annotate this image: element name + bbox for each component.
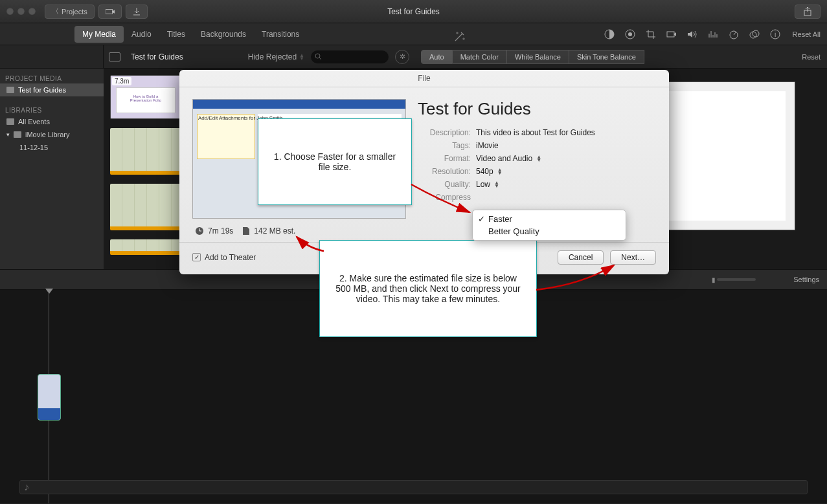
zoom-slider[interactable]: ▮	[712, 276, 756, 283]
svg-point-7	[750, 32, 756, 38]
sidebar-all-events[interactable]: All Events	[0, 115, 104, 128]
format-label: Format:	[418, 154, 471, 163]
sidebar-header-libraries: LIBRARIES	[0, 103, 104, 115]
svg-rect-5	[667, 32, 674, 37]
tab-transitions[interactable]: Transitions	[254, 26, 307, 43]
description-label: Description:	[418, 128, 471, 137]
search-input[interactable]	[311, 50, 389, 63]
reset-button[interactable]: Reset	[802, 53, 821, 61]
media-clip[interactable]	[110, 128, 181, 175]
music-icon: ♪	[24, 481, 29, 493]
tab-my-media[interactable]: My Media	[74, 26, 124, 43]
cancel-button[interactable]: Cancel	[558, 250, 604, 265]
volume-icon[interactable]	[686, 28, 698, 40]
clip-settings-icon[interactable]: ✲	[395, 50, 409, 64]
quality-label: Quality:	[418, 180, 471, 189]
enhance-icon[interactable]	[453, 30, 466, 43]
next-button[interactable]: Next…	[610, 250, 656, 265]
export-title: Test for Guides	[418, 99, 656, 119]
export-size-estimate: 142 MB est.	[254, 226, 295, 236]
sidebar-header-project: PROJECT MEDIA	[0, 71, 104, 83]
stabilization-icon[interactable]	[666, 28, 677, 40]
seg-auto[interactable]: Auto	[421, 50, 453, 64]
color-balance-icon[interactable]	[604, 28, 615, 40]
media-clip[interactable]	[110, 239, 181, 255]
format-select[interactable]: Video and Audio▲▼	[476, 154, 541, 163]
resolution-select[interactable]: 540p▲▼	[476, 167, 503, 176]
tab-backgrounds[interactable]: Backgrounds	[193, 26, 254, 43]
import-button[interactable]	[98, 5, 122, 19]
tags-label: Tags:	[418, 141, 471, 150]
dialog-title: File	[179, 70, 669, 87]
star-icon	[6, 118, 14, 125]
compress-menu: Faster Better Quality	[472, 210, 626, 241]
export-duration: 7m 19s	[208, 226, 233, 236]
tabs-row: My Media Audio Titles Backgrounds Transi…	[0, 23, 827, 45]
tab-titles[interactable]: Titles	[159, 26, 193, 43]
menu-item-better-quality[interactable]: Better Quality	[473, 225, 626, 237]
file-icon	[242, 226, 250, 236]
resolution-label: Resolution:	[418, 167, 471, 176]
sub-toolbar: Test for Guides Hide Rejected ▲▼ ✲ Auto …	[0, 45, 827, 69]
sidebar: PROJECT MEDIA Test for Guides LIBRARIES …	[0, 69, 104, 269]
audio-track[interactable]: ♪	[19, 480, 808, 494]
sidebar-toggle-icon[interactable]	[109, 52, 120, 61]
media-clip[interactable]	[110, 184, 181, 230]
grid-icon	[14, 131, 21, 138]
sidebar-project-item[interactable]: Test for Guides	[0, 83, 104, 96]
projects-button[interactable]: 〈Projects	[45, 5, 95, 19]
download-button[interactable]	[126, 5, 148, 19]
timeline-settings-button[interactable]: Settings	[793, 276, 819, 283]
tags-field[interactable]: iMovie	[476, 141, 499, 150]
add-to-theater-checkbox[interactable]: ✓	[192, 253, 201, 261]
clapper-icon	[6, 87, 14, 93]
clip-filter-icon[interactable]	[749, 28, 760, 40]
seg-white-balance[interactable]: White Balance	[507, 50, 569, 64]
timeline-clip[interactable]	[38, 374, 61, 421]
svg-rect-0	[106, 9, 113, 14]
tab-audio[interactable]: Audio	[124, 26, 159, 43]
speed-icon[interactable]	[728, 28, 740, 40]
share-button[interactable]	[795, 5, 821, 19]
seg-match-color[interactable]: Match Color	[453, 50, 507, 64]
reset-all-button[interactable]: Reset All	[793, 30, 821, 38]
sidebar-event-date[interactable]: 11-12-15	[0, 141, 104, 154]
window-title: Test for Guides	[387, 7, 440, 16]
noise-reduction-icon[interactable]	[707, 28, 719, 40]
clock-icon	[195, 226, 204, 236]
svg-point-8	[753, 30, 759, 37]
seg-skin-tone[interactable]: Skin Tone Balance	[569, 50, 644, 64]
media-clip[interactable]: 7.3m How to Build aPresentation Folio	[110, 75, 181, 119]
clip-duration-badge: 7.3m	[112, 77, 131, 85]
minimize-dot[interactable]	[17, 8, 25, 15]
svg-text:i: i	[774, 31, 775, 38]
sidebar-library[interactable]: ▾iMovie Library	[0, 128, 104, 141]
color-correction-icon[interactable]	[624, 28, 636, 40]
description-field[interactable]: This video is about Test for Guides	[476, 128, 595, 137]
window-controls	[6, 8, 36, 15]
compress-label: Compress	[418, 193, 471, 202]
event-name: Test for Guides	[131, 52, 183, 61]
svg-point-11	[315, 54, 320, 58]
add-to-theater-label: Add to Theater	[205, 253, 256, 262]
svg-point-4	[628, 32, 632, 36]
titlebar: 〈Projects Test for Guides	[0, 0, 827, 23]
timeline-clip-audio	[38, 408, 60, 420]
close-dot[interactable]	[6, 8, 14, 15]
callout-2: 2. Make sure the estimated file size is …	[319, 240, 537, 337]
hide-rejected-select[interactable]: Hide Rejected ▲▼	[248, 52, 304, 61]
zoom-dot[interactable]	[28, 8, 36, 15]
callout-1: 1. Choose Faster for a smaller file size…	[258, 118, 412, 205]
crop-icon[interactable]	[645, 28, 657, 40]
info-icon[interactable]: i	[769, 28, 781, 40]
menu-item-faster[interactable]: Faster	[473, 213, 626, 225]
quality-select[interactable]: Low▲▼	[476, 180, 499, 189]
